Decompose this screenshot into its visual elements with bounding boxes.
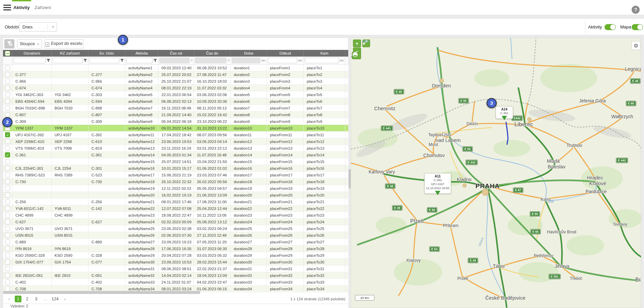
column-filter-input[interactable] xyxy=(13,58,46,63)
table-row[interactable]: C-402C-402activityName3324.11.2022 01:07… xyxy=(3,279,348,286)
table-row[interactable]: YVA 6011/C-142YVA 6011C-142activityName2… xyxy=(3,205,348,212)
table-row[interactable]: activityName1912.11.2022 03:2305.05.2023… xyxy=(3,185,348,192)
row-checkbox[interactable] xyxy=(5,92,10,97)
row-checkbox[interactable] xyxy=(5,273,10,278)
column-filter-input[interactable] xyxy=(232,58,260,63)
funnel-icon[interactable] xyxy=(153,58,157,64)
table-row[interactable]: C-730C-730activityName1826.10.2022 22:32… xyxy=(3,178,348,185)
table-row[interactable]: activityName2016.02.2022 19:1921.06.2022… xyxy=(3,192,348,199)
row-checkbox[interactable] xyxy=(5,139,10,144)
column-header[interactable]: Čas do xyxy=(194,50,231,57)
equals-icon[interactable]: = xyxy=(227,59,229,62)
column-filter-input[interactable] xyxy=(268,58,297,63)
column-header[interactable] xyxy=(345,50,348,57)
page-button[interactable]: 124 xyxy=(51,296,59,302)
map-settings-button[interactable]: ⚙ xyxy=(632,41,640,50)
table-row[interactable]: UVO 3671UVO 3671activityName2523.05.2023… xyxy=(3,225,348,232)
table-row[interactable]: KSO 2590/C-328KSO 2590C-328activityName2… xyxy=(3,252,348,259)
funnel-icon[interactable] xyxy=(120,58,124,64)
column-header[interactable]: Doba xyxy=(231,50,267,57)
hamburger-menu-icon[interactable] xyxy=(3,5,11,10)
column-filter-input[interactable] xyxy=(305,58,339,63)
page-button[interactable]: 1 xyxy=(15,296,21,302)
tab-aktivity[interactable]: Aktivity xyxy=(12,0,31,15)
row-checkbox[interactable] xyxy=(5,246,10,251)
row-checkbox[interactable] xyxy=(5,112,10,117)
aktivity-toggle[interactable] xyxy=(604,24,616,30)
row-checkbox[interactable] xyxy=(5,259,10,264)
row-checkbox[interactable] xyxy=(5,99,10,104)
column-header[interactable]: Označení xyxy=(12,50,52,57)
table-row[interactable]: EBS 4394/C-594EBS 4394C-594activityName6… xyxy=(3,98,348,105)
table-row[interactable]: activityName1525.07.2022 14:5115.04.2022… xyxy=(3,158,348,165)
table-row[interactable]: C-674C-674activityName408.01.2022 22:191… xyxy=(3,85,348,91)
row-checkbox[interactable] xyxy=(5,105,10,110)
table-row[interactable]: GIX 1754/C-077GIX 1754C-077activityName3… xyxy=(3,259,348,265)
abc-icon[interactable]: abc xyxy=(261,59,266,62)
column-header[interactable]: Aktivita xyxy=(125,50,158,57)
map-marker-tooltip[interactable]: A14C-361 xyxy=(496,106,513,119)
table-row[interactable]: ✓UPJ 4167/C-392UPJ 4167C-392activityName… xyxy=(3,132,348,138)
table-row[interactable]: YPM 1337YPM 1337activityName1009.01.2022… xyxy=(3,125,348,132)
tab-zarizeni[interactable]: Zařízení xyxy=(34,0,51,15)
column-header[interactable]: Odkud xyxy=(267,50,304,57)
row-checkbox[interactable] xyxy=(5,266,10,271)
abc-icon[interactable]: abc xyxy=(298,59,302,62)
map-panel[interactable]: Z + − ⚙ 20 km ElbeDresdenChemnitzLegnica… xyxy=(351,37,641,308)
table-row[interactable]: C-627C-627activityName2402.02.2023 00:09… xyxy=(3,219,348,225)
row-checkbox[interactable] xyxy=(5,159,10,164)
mapa-toggle[interactable] xyxy=(632,24,643,30)
row-checkbox[interactable] xyxy=(5,85,10,90)
row-checkbox[interactable] xyxy=(5,219,10,224)
table-row[interactable]: activityName3108.06.2022 08:5122.02.2023… xyxy=(3,265,348,272)
clear-filter-button[interactable] xyxy=(4,39,14,49)
table-row[interactable]: IEE 2810/C-051IEE 2810C-051activityName3… xyxy=(3,272,348,279)
help-icon[interactable]: ? xyxy=(632,6,640,14)
table-row[interactable]: CJL 2254/C-301CJL 2254C-301activityName1… xyxy=(3,165,348,172)
table-row[interactable]: BGH 7033/C-898BGH 7033C-898activityName7… xyxy=(3,105,348,111)
table-row[interactable]: C-377C-377activityName225.07.2022 20:022… xyxy=(3,71,348,78)
abc-icon[interactable]: abc xyxy=(340,59,344,62)
export-excel-button[interactable]: xExport do excelu xyxy=(45,39,83,49)
funnel-icon[interactable] xyxy=(83,58,87,64)
table-row[interactable]: CHC 4899CHC 4899activityName2318.08.2022… xyxy=(3,212,348,219)
table-row[interactable]: ✓C-361C-361activityName1404.05.2023 01:3… xyxy=(3,152,348,158)
table-row[interactable]: XEP 2298/C-610XEP 2298C-610activityName1… xyxy=(3,138,348,145)
column-filter-input[interactable] xyxy=(53,58,82,63)
row-checkbox[interactable] xyxy=(5,199,10,204)
funnel-icon[interactable] xyxy=(47,58,50,64)
columns-button[interactable]: Sloupce∨ xyxy=(17,39,42,49)
column-header[interactable]: Čas od xyxy=(158,50,194,57)
previous-page-button[interactable]: ‹ xyxy=(6,296,12,302)
row-checkbox[interactable] xyxy=(5,253,10,258)
table-row[interactable]: YGI 3462/C-303YGI 3462C-303activityName5… xyxy=(3,91,348,98)
date-filter-input[interactable] xyxy=(159,58,190,63)
column-header[interactable]: Ev. číslo xyxy=(88,50,125,57)
table-row[interactable]: C-889C-889activityName2723.09.2023 19:23… xyxy=(3,239,348,245)
period-dropdown[interactable]: Dnes ▾ xyxy=(19,22,57,31)
table-row[interactable]: C-309C-309activityName905.04.2022 06:182… xyxy=(3,118,348,125)
row-checkbox[interactable] xyxy=(5,79,10,84)
row-checkbox[interactable] xyxy=(5,65,10,70)
column-filter-input[interactable] xyxy=(89,58,119,63)
horizontal-scrollbar[interactable] xyxy=(3,291,200,294)
row-checkbox[interactable] xyxy=(5,179,10,184)
row-checkbox[interactable] xyxy=(5,226,10,231)
equals-icon[interactable]: = xyxy=(191,59,193,62)
date-filter-input[interactable] xyxy=(195,58,226,63)
row-checkbox[interactable] xyxy=(5,72,10,77)
table-row[interactable]: C-966C-966activityName325.10.2022 21:071… xyxy=(3,78,348,85)
select-all-checkbox[interactable] xyxy=(5,51,10,56)
map-marker-tooltip[interactable]: A11C-392UPJ 416711.10.2022 20:56 xyxy=(424,173,451,194)
next-page-button[interactable]: › xyxy=(62,296,68,302)
table-row[interactable]: IYN 8619IYN 8619activityName2817.06.2023… xyxy=(3,245,348,252)
print-button[interactable] xyxy=(352,52,361,59)
table-row[interactable]: USN 8015USN 8015activityName2602.06.2023… xyxy=(3,232,348,239)
row-checkbox[interactable] xyxy=(5,233,10,238)
table-row[interactable]: RHS 7389/C-523RHS 7389C-523activityName1… xyxy=(3,172,348,178)
row-checkbox[interactable] xyxy=(5,192,10,198)
row-checkbox[interactable] xyxy=(5,213,10,218)
column-header[interactable]: Kam xyxy=(304,50,345,57)
row-checkbox[interactable] xyxy=(5,146,10,151)
row-checkbox[interactable]: ✓ xyxy=(5,132,10,137)
